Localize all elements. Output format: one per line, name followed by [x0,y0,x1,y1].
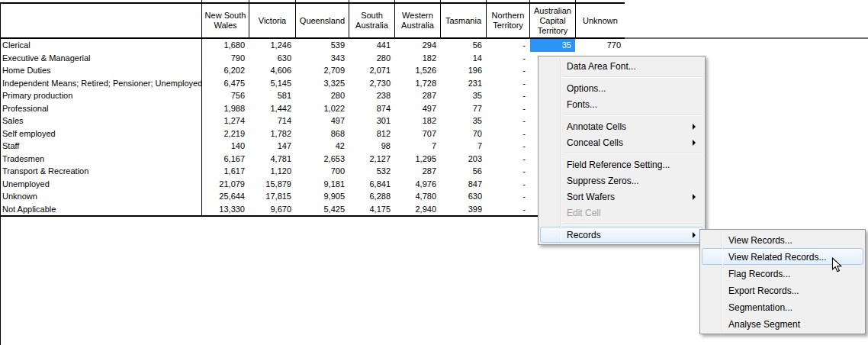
data-cell[interactable]: 1,728 [395,77,440,90]
data-cell[interactable]: 812 [349,127,394,140]
data-cell[interactable]: 847 [441,178,486,191]
column-header[interactable]: Queensland [296,4,349,37]
data-cell[interactable]: - [487,165,529,178]
menu-item-annotate-cells[interactable]: Annotate Cells [540,118,703,134]
data-cell[interactable]: 6,475 [202,77,249,90]
row-label[interactable]: Home Duties [2,64,51,77]
menu-item-conceal-cells[interactable]: Conceal Cells [540,134,703,150]
data-cell[interactable]: 203 [441,153,486,166]
row-label[interactable]: Professional [2,102,49,115]
data-cell[interactable]: 714 [249,114,295,127]
column-header[interactable]: Victoria [249,4,295,37]
row-label[interactable]: Unknown [2,190,37,203]
data-cell[interactable]: 1,120 [249,165,295,178]
data-cell[interactable]: 280 [296,89,349,102]
data-cell[interactable]: 77 [441,102,486,115]
row-label[interactable]: Self employed [2,127,56,140]
data-cell[interactable]: 196 [441,64,486,77]
data-cell[interactable]: 147 [249,140,295,153]
data-cell[interactable]: 2,730 [349,77,394,90]
row-label[interactable]: Unemployed [2,178,50,191]
data-cell[interactable]: 1,295 [395,153,440,166]
data-cell[interactable]: 1,274 [202,114,249,127]
data-cell[interactable]: 532 [349,165,394,178]
data-cell[interactable]: 581 [249,89,295,102]
data-cell[interactable]: 2,219 [202,127,249,140]
data-cell[interactable]: 7 [395,140,440,153]
row-label[interactable]: Executive & Managerial [2,52,91,65]
data-cell[interactable]: 4,780 [395,190,440,203]
data-cell[interactable]: 1,782 [249,127,295,140]
data-cell[interactable]: 6,288 [349,190,394,203]
data-cell[interactable]: 497 [296,114,349,127]
menu-item-field-reference-setting[interactable]: Field Reference Setting... [540,156,703,172]
row-label[interactable]: Clerical [2,39,31,52]
data-cell[interactable]: 770 [576,39,625,52]
data-cell[interactable]: - [487,52,529,65]
data-cell[interactable]: - [487,39,529,52]
data-cell[interactable]: 399 [441,203,486,216]
column-header[interactable]: Northern Territory [487,4,529,37]
data-cell[interactable]: 140 [202,140,249,153]
data-cell[interactable]: 182 [395,114,440,127]
data-cell[interactable]: 1,022 [296,102,349,115]
data-cell[interactable]: 21,079 [202,178,249,191]
data-cell[interactable]: 9,670 [249,203,295,216]
data-cell[interactable]: 700 [296,165,349,178]
data-cell[interactable]: - [487,203,529,216]
menu-item-export-records[interactable]: Export Records... [702,282,863,298]
data-cell[interactable]: 35 [441,114,486,127]
data-cell[interactable]: 182 [395,52,440,65]
data-cell[interactable]: 4,606 [249,64,295,77]
menu-item-segmentation[interactable]: Segmentation... [702,298,863,315]
data-cell[interactable]: 2,071 [349,64,394,77]
data-cell[interactable]: - [487,190,529,203]
data-cell[interactable]: 2,709 [296,64,349,77]
data-cell[interactable]: - [487,64,529,77]
data-cell[interactable]: 1,442 [249,102,295,115]
data-cell[interactable]: 630 [249,52,295,65]
menu-item-data-area-font[interactable]: Data Area Font... [540,58,703,74]
data-cell[interactable]: 497 [395,102,440,115]
data-cell[interactable]: 280 [349,52,394,65]
row-label[interactable]: Not Applicable [2,203,56,216]
row-label[interactable]: Primary production [2,89,72,102]
row-label[interactable]: Staff [2,140,19,153]
row-label[interactable]: Independent Means; Retired; Pensioner; U… [2,77,202,90]
menu-item-view-records[interactable]: View Records... [702,231,863,248]
data-cell[interactable]: 1,246 [249,39,295,52]
menu-item-fonts[interactable]: Fonts... [540,96,703,112]
data-cell[interactable]: 294 [395,39,440,52]
row-label[interactable]: Transport & Recreation [2,165,88,178]
data-cell[interactable]: 441 [349,39,394,52]
data-cell[interactable]: 56 [441,39,486,52]
data-cell[interactable]: 238 [349,89,394,102]
data-cell[interactable]: 35 [441,89,486,102]
data-cell[interactable]: 17,815 [249,190,295,203]
data-cell[interactable]: 25,644 [202,190,249,203]
data-cell[interactable]: 287 [395,89,440,102]
data-cell[interactable]: 4,175 [349,203,394,216]
data-cell[interactable]: 6,167 [202,153,249,166]
column-header[interactable]: Australian Capital Territory [530,4,575,37]
data-cell[interactable]: 539 [296,39,349,52]
data-cell[interactable]: 4,976 [395,178,440,191]
data-cell[interactable]: 874 [349,102,394,115]
column-header[interactable]: Tasmania [441,4,486,37]
data-cell[interactable]: - [487,89,529,102]
column-header[interactable]: Unknown [576,4,625,37]
data-cell[interactable]: 1,988 [202,102,249,115]
data-cell[interactable]: 70 [441,127,486,140]
data-cell[interactable]: 9,181 [296,178,349,191]
data-cell[interactable]: - [487,114,529,127]
data-cell[interactable]: - [487,178,529,191]
data-cell[interactable]: 5,425 [296,203,349,216]
menu-item-analyse-segment[interactable]: Analyse Segment [702,315,863,332]
data-cell[interactable]: - [487,77,529,90]
data-cell[interactable]: 4,781 [249,153,295,166]
data-cell[interactable]: 5,145 [249,77,295,90]
data-cell[interactable]: 231 [441,77,486,90]
selected-cell[interactable]: 35 [530,39,575,52]
data-cell[interactable]: 42 [296,140,349,153]
data-cell[interactable]: 1,680 [202,39,249,52]
